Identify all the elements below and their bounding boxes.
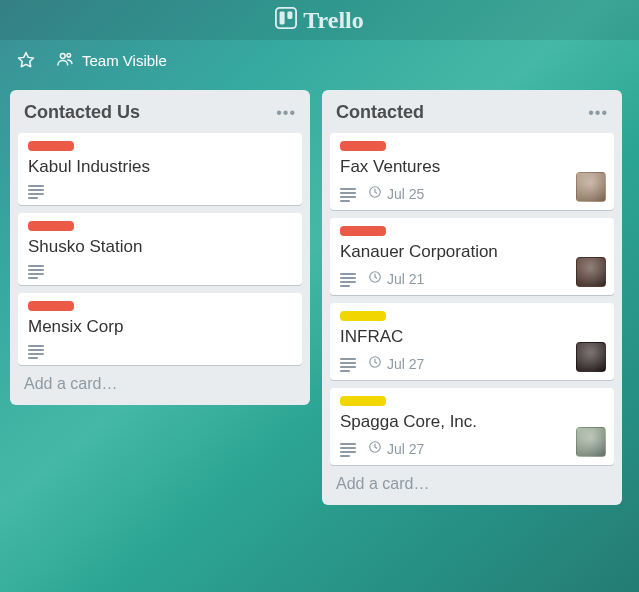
logo: Trello — [275, 7, 363, 34]
cards: Fax Ventures Jul 25 Kanauer Corporation — [330, 133, 614, 465]
list: Contacted Us ••• Kabul Industries Shusko… — [10, 90, 310, 405]
description-icon — [340, 443, 356, 455]
app-header: Trello — [0, 0, 639, 40]
member-avatar[interactable] — [576, 342, 606, 372]
card-label-chip[interactable] — [28, 141, 74, 151]
list-header: Contacted Us ••• — [18, 98, 302, 133]
description-icon — [340, 273, 356, 285]
trello-mark-icon — [275, 7, 297, 33]
clock-icon — [368, 440, 382, 457]
card-meta — [28, 345, 292, 357]
clock-icon — [368, 355, 382, 372]
member-avatar[interactable] — [576, 427, 606, 457]
description-icon — [28, 185, 44, 197]
cards: Kabul Industries Shusko Station Mensix C… — [18, 133, 302, 365]
svg-rect-2 — [288, 12, 293, 19]
card-title: Kanauer Corporation — [340, 242, 604, 262]
card-title: INFRAC — [340, 327, 604, 347]
list: Contacted ••• Fax Ventures Jul 25 — [322, 90, 622, 505]
lists-container: Contacted Us ••• Kabul Industries Shusko… — [0, 80, 639, 515]
card-title: Shusko Station — [28, 237, 292, 257]
card-label-chip[interactable] — [340, 396, 386, 406]
list-menu-icon[interactable]: ••• — [588, 105, 608, 121]
due-date-text: Jul 21 — [387, 271, 424, 287]
svg-rect-0 — [276, 8, 296, 28]
card[interactable]: Kanauer Corporation Jul 21 — [330, 218, 614, 295]
svg-point-4 — [60, 53, 65, 58]
svg-rect-1 — [280, 12, 285, 25]
card-label-chip[interactable] — [340, 141, 386, 151]
due-date: Jul 21 — [368, 270, 424, 287]
description-icon — [28, 345, 44, 357]
card-meta: Jul 21 — [340, 270, 604, 287]
board-bar: Team Visible — [0, 40, 639, 80]
card-label-chip[interactable] — [28, 301, 74, 311]
svg-point-5 — [67, 53, 71, 57]
card-title: Spagga Core, Inc. — [340, 412, 604, 432]
due-date: Jul 27 — [368, 355, 424, 372]
card-title: Kabul Industries — [28, 157, 292, 177]
card-label-chip[interactable] — [28, 221, 74, 231]
due-date-text: Jul 25 — [387, 186, 424, 202]
description-icon — [28, 265, 44, 277]
card-label-chip[interactable] — [340, 311, 386, 321]
card-meta: Jul 25 — [340, 185, 604, 202]
due-date: Jul 27 — [368, 440, 424, 457]
due-date-text: Jul 27 — [387, 441, 424, 457]
star-icon[interactable] — [14, 48, 38, 72]
add-card-button[interactable]: Add a card… — [330, 465, 614, 497]
due-date: Jul 25 — [368, 185, 424, 202]
visibility-button[interactable]: Team Visible — [56, 50, 167, 71]
list-title[interactable]: Contacted Us — [24, 102, 140, 123]
visibility-label: Team Visible — [82, 52, 167, 69]
list-menu-icon[interactable]: ••• — [276, 105, 296, 121]
card[interactable]: Spagga Core, Inc. Jul 27 — [330, 388, 614, 465]
card-title: Mensix Corp — [28, 317, 292, 337]
people-icon — [56, 50, 74, 71]
card-meta — [28, 185, 292, 197]
card[interactable]: INFRAC Jul 27 — [330, 303, 614, 380]
card-label-chip[interactable] — [340, 226, 386, 236]
card[interactable]: Shusko Station — [18, 213, 302, 285]
due-date-text: Jul 27 — [387, 356, 424, 372]
list-title[interactable]: Contacted — [336, 102, 424, 123]
member-avatar[interactable] — [576, 257, 606, 287]
clock-icon — [368, 185, 382, 202]
svg-marker-3 — [19, 53, 34, 67]
card-meta: Jul 27 — [340, 355, 604, 372]
card[interactable]: Fax Ventures Jul 25 — [330, 133, 614, 210]
list-header: Contacted ••• — [330, 98, 614, 133]
card-meta — [28, 265, 292, 277]
clock-icon — [368, 270, 382, 287]
description-icon — [340, 188, 356, 200]
member-avatar[interactable] — [576, 172, 606, 202]
card[interactable]: Mensix Corp — [18, 293, 302, 365]
card-title: Fax Ventures — [340, 157, 604, 177]
description-icon — [340, 358, 356, 370]
logo-text: Trello — [303, 7, 363, 34]
card[interactable]: Kabul Industries — [18, 133, 302, 205]
add-card-button[interactable]: Add a card… — [18, 365, 302, 397]
card-meta: Jul 27 — [340, 440, 604, 457]
